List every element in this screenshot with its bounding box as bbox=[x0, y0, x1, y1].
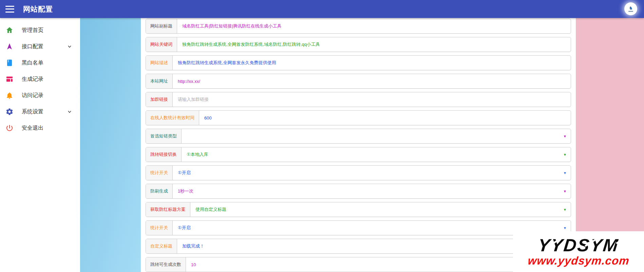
top-bar: 网站配置 ♞ bbox=[0, 0, 644, 18]
form-row: 跳转链接切换 ①本地入库 ▼ bbox=[146, 147, 571, 162]
field-label: 统计开关 bbox=[146, 221, 173, 235]
form-row: 自定义标题 加载完成！ bbox=[146, 239, 571, 254]
select-caret-icon: ▼ bbox=[563, 208, 567, 212]
field-label: 跳转可生成次数 bbox=[146, 257, 186, 272]
sidebar-item-home[interactable]: 管理首页 bbox=[0, 22, 80, 38]
short-link-type-select[interactable]: ▼ bbox=[182, 129, 571, 143]
field-value: 10 bbox=[191, 262, 567, 267]
gear-icon bbox=[5, 108, 14, 116]
field-label: 本站网址 bbox=[146, 74, 173, 88]
custom-title-input[interactable]: 加载完成！ bbox=[177, 239, 571, 253]
watermark-slash-decoration bbox=[516, 234, 534, 246]
field-label: 跳转链接切换 bbox=[146, 147, 182, 162]
field-value: 域名防红工具|防红短链接|腾讯防红在线生成小工具 bbox=[182, 23, 567, 29]
field-label: 在线人数统计有效时间 bbox=[146, 111, 199, 125]
site-subtitle-input[interactable]: 域名防红工具|防红短链接|腾讯防红在线生成小工具 bbox=[177, 19, 571, 33]
field-value: ①开启 bbox=[178, 225, 561, 231]
online-count-time-input[interactable]: 600 bbox=[199, 111, 571, 125]
anti-brush-select[interactable]: 1秒一次 ▼ bbox=[173, 184, 571, 198]
avatar-logo-text bbox=[628, 11, 633, 12]
form-row: 在线人数统计有效时间 600 bbox=[146, 110, 571, 125]
sidebar-item-api-config[interactable]: 接口配置 bbox=[0, 38, 80, 55]
form-row: 网站关键词 独角防红跳转生成系统,全网首发防红系统,域名防红,防红跳转,qq小工… bbox=[146, 37, 571, 52]
main-content: 网站副标题 域名防红工具|防红短链接|腾讯防红在线生成小工具 网站关键词 独角防… bbox=[80, 18, 644, 272]
group-link-input[interactable]: 请输入加群链接 bbox=[173, 92, 571, 107]
field-placeholder: 请输入加群链接 bbox=[178, 96, 567, 103]
field-label: 首选短链类型 bbox=[146, 129, 182, 143]
site-description-input[interactable]: 独角防红跳转生成系统,全网首发永久免费提供使用 bbox=[173, 56, 571, 70]
form-row: 获取防红标题方案 使用自定义标题 ▼ bbox=[146, 202, 571, 217]
sidebar-item-system-settings[interactable]: 系统设置 bbox=[0, 104, 80, 120]
field-value: ①开启 bbox=[178, 170, 561, 176]
layout-icon bbox=[5, 75, 14, 83]
title-scheme-select[interactable]: 使用自定义标题 ▼ bbox=[190, 202, 571, 217]
field-value: 使用自定义标题 bbox=[195, 206, 561, 213]
site-url-input[interactable]: http://xx.xx/ bbox=[173, 74, 571, 88]
site-keywords-input[interactable]: 独角防红跳转生成系统,全网首发防红系统,域名防红,防红跳转,qq小工具 bbox=[177, 37, 571, 52]
avatar-logo-icon: ♞ bbox=[629, 6, 633, 10]
sidebar-item-generate-records[interactable]: 生成记录 bbox=[0, 71, 80, 87]
watermark: YYDSYM www.yydsym.com bbox=[513, 231, 644, 272]
select-caret-icon: ▼ bbox=[563, 171, 567, 175]
form-row: 首选短链类型 ▼ bbox=[146, 129, 571, 144]
form-row: 网站副标题 域名防红工具|防红短链接|腾讯防红在线生成小工具 bbox=[146, 19, 571, 34]
field-label: 防刷生成 bbox=[146, 184, 173, 198]
avatar[interactable]: ♞ bbox=[624, 2, 637, 15]
watermark-url: www.yydsym.com bbox=[527, 254, 630, 267]
field-label: 获取防红标题方案 bbox=[146, 202, 190, 217]
form-row: 本站网址 http://xx.xx/ bbox=[146, 74, 571, 89]
stats-switch-2-select[interactable]: ①开启 ▼ bbox=[173, 221, 571, 235]
sidebar: 管理首页 接口配置 黑白名单 生成记录 访问记录 bbox=[0, 18, 80, 272]
select-caret-icon: ▼ bbox=[563, 189, 567, 193]
app-window: 网站配置 ♞ 管理首页 接口配置 黑白名单 bbox=[0, 0, 644, 272]
field-label: 加群链接 bbox=[146, 92, 173, 107]
field-value: 1秒一次 bbox=[178, 188, 561, 194]
field-label: 网站副标题 bbox=[146, 19, 177, 33]
form-row: 统计开关 ①开启 ▼ bbox=[146, 165, 571, 180]
field-value: 加载完成！ bbox=[182, 243, 567, 249]
power-icon bbox=[5, 124, 14, 132]
stats-switch-select[interactable]: ①开启 ▼ bbox=[173, 166, 571, 180]
field-value: ①本地入库 bbox=[187, 151, 561, 158]
page-title: 网站配置 bbox=[23, 4, 53, 14]
field-label: 自定义标题 bbox=[146, 239, 177, 253]
field-value: 独角防红跳转生成系统,全网首发防红系统,域名防红,防红跳转,qq小工具 bbox=[182, 41, 567, 48]
field-value: 独角防红跳转生成系统,全网首发永久免费提供使用 bbox=[178, 60, 567, 66]
navigation-icon bbox=[5, 42, 14, 51]
field-value: http://xx.xx/ bbox=[178, 79, 567, 84]
background-band-left bbox=[80, 18, 141, 272]
home-icon bbox=[5, 26, 14, 34]
form-row: 防刷生成 1秒一次 ▼ bbox=[146, 184, 571, 199]
sidebar-item-logout[interactable]: 安全退出 bbox=[0, 120, 80, 136]
field-label: 统计开关 bbox=[146, 166, 173, 180]
field-label: 网站描述 bbox=[146, 56, 173, 70]
form-row: 加群链接 请输入加群链接 bbox=[146, 92, 571, 107]
bell-icon bbox=[5, 91, 14, 99]
field-value: 600 bbox=[204, 115, 567, 121]
select-caret-icon: ▼ bbox=[563, 153, 567, 157]
field-label: 网站关键词 bbox=[146, 37, 177, 52]
menu-icon[interactable] bbox=[5, 6, 14, 13]
select-caret-icon: ▼ bbox=[563, 226, 567, 230]
redirect-link-switch-select[interactable]: ①本地入库 ▼ bbox=[182, 147, 571, 162]
form-row: 跳转可生成次数 10 bbox=[146, 257, 571, 272]
chevron-down-icon bbox=[67, 109, 72, 114]
chevron-down-icon bbox=[67, 44, 72, 49]
site-config-form: 网站副标题 域名防红工具|防红短链接|腾讯防红在线生成小工具 网站关键词 独角防… bbox=[146, 19, 571, 272]
select-caret-icon: ▼ bbox=[563, 134, 567, 138]
watermark-logo: YYDSYM bbox=[537, 236, 620, 254]
form-row: 网站描述 独角防红跳转生成系统,全网首发永久免费提供使用 bbox=[146, 55, 571, 70]
sidebar-item-visit-records[interactable]: 访问记录 bbox=[0, 87, 80, 104]
sidebar-item-blacklist[interactable]: 黑白名单 bbox=[0, 55, 80, 71]
book-icon bbox=[5, 59, 14, 67]
form-row: 统计开关 ①开启 ▼ bbox=[146, 220, 571, 235]
